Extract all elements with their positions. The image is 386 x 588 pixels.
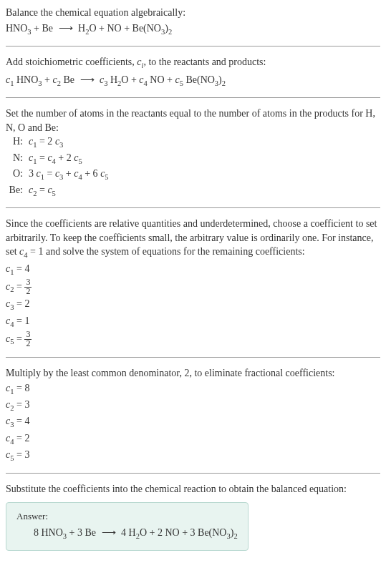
coeff-item: c1 = 8 [6, 381, 380, 397]
atoms-text: Set the number of atoms in the reactants… [6, 107, 380, 134]
atom-row: Be: c2 = c5 [9, 183, 109, 199]
coeff-item: c5 = 32 [6, 330, 380, 348]
final-section: Substitute the coefficients into the che… [6, 482, 380, 551]
atom-label: N: [9, 151, 29, 167]
stoich-text: Add stoichiometric coefficients, ci, to … [6, 55, 380, 71]
atom-equation: c1 = c4 + 2 c5 [29, 151, 109, 167]
coeff-value: 1 [24, 315, 29, 326]
coeff-item: c4 = 2 [6, 431, 380, 447]
divider [6, 357, 380, 358]
divider [6, 46, 380, 46]
coeff-value: 2 [24, 298, 29, 309]
coeff-value: 2 [24, 433, 29, 444]
stoich-equation: c1 HNO3 + c2 Be ⟶ c3 H2O + c4 NO + c5 Be… [6, 73, 380, 89]
atom-equation: c2 = c5 [29, 183, 109, 199]
unbalanced-equation: HNO3 + Be ⟶ H2O + NO + Be(NO3)2 [6, 21, 380, 37]
coeff-item: c3 = 4 [6, 414, 380, 430]
atoms-section: Set the number of atoms in the reactants… [6, 107, 380, 199]
coeff-value: 3 [24, 399, 29, 410]
solve-text: Since the coefficients are relative quan… [6, 217, 380, 261]
initial-coefficients: c1 = 4 c2 = 32 c3 = 2 c4 = 1 c5 = 32 [6, 262, 380, 348]
balanced-equation: 8 HNO3 + 3 Be ⟶ 4 H2O + 2 NO + 3 Be(NO3)… [16, 526, 238, 542]
fraction: 32 [24, 330, 32, 348]
divider [6, 473, 380, 474]
stoich-section: Add stoichiometric coefficients, ci, to … [6, 55, 380, 89]
coeff-item: c3 = 2 [6, 297, 380, 313]
multiply-section: Multiply by the least common denominator… [6, 366, 380, 464]
coeff-value: 3 [24, 449, 29, 460]
coeff-item: c2 = 3 [6, 398, 380, 413]
atom-balance-table: H: c1 = 2 c3 N: c1 = c4 + 2 c5 O: 3 c1 =… [9, 134, 109, 199]
denominator: 2 [24, 288, 32, 296]
denominator: 2 [24, 340, 32, 348]
atom-label: O: [9, 167, 29, 182]
final-text: Substitute the coefficients into the che… [6, 482, 380, 496]
answer-label: Answer: [16, 510, 238, 523]
divider [6, 97, 380, 98]
multiply-text: Multiply by the least common denominator… [6, 366, 380, 381]
intro-section: Balance the chemical equation algebraica… [6, 6, 380, 37]
intro-text: Balance the chemical equation algebraica… [6, 6, 380, 20]
fraction: 32 [24, 278, 32, 296]
atom-equation: c1 = 2 c3 [29, 134, 109, 150]
atom-row: O: 3 c1 = c3 + c4 + 6 c5 [9, 167, 109, 182]
atom-label: H: [9, 134, 29, 150]
final-coefficients: c1 = 8 c2 = 3 c3 = 4 c4 = 2 c5 = 3 [6, 381, 380, 464]
solve-section: Since the coefficients are relative quan… [6, 217, 380, 348]
coeff-item: c5 = 3 [6, 448, 380, 464]
atom-label: Be: [9, 183, 29, 199]
coeff-item: c2 = 32 [6, 278, 380, 296]
coeff-item: c1 = 4 [6, 262, 380, 278]
answer-box: Answer: 8 HNO3 + 3 Be ⟶ 4 H2O + 2 NO + 3… [6, 502, 249, 552]
coeff-value: 4 [24, 416, 29, 426]
atom-row: N: c1 = c4 + 2 c5 [9, 151, 109, 167]
coeff-value: 8 [24, 383, 29, 393]
coeff-item: c4 = 1 [6, 314, 380, 330]
coeff-value: 4 [24, 263, 29, 274]
divider [6, 207, 380, 208]
atom-equation: 3 c1 = c3 + c4 + 6 c5 [29, 167, 109, 182]
atom-row: H: c1 = 2 c3 [9, 134, 109, 150]
